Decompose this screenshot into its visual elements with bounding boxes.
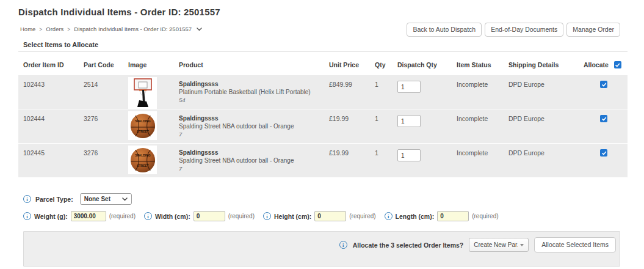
shipping-details-value: DPD Europe bbox=[504, 144, 579, 177]
length-input[interactable] bbox=[437, 211, 469, 221]
shipping-details-value: DPD Europe bbox=[504, 109, 579, 143]
items-table-body: 102443 2514 Spaldingssss Platinum Porta bbox=[18, 75, 628, 178]
info-icon[interactable]: i bbox=[263, 212, 271, 220]
parcel-type-row: i Parcel Type: None Set bbox=[23, 193, 132, 205]
product-variant: 7 bbox=[179, 131, 324, 138]
width-input[interactable] bbox=[194, 211, 225, 221]
parcel-destination-select[interactable]: Create New Par... bbox=[469, 238, 529, 252]
qty-value: 1 bbox=[370, 144, 393, 177]
header-action-buttons: Back to Auto Dispatch End-of-Day Documen… bbox=[407, 23, 620, 37]
section-title: Select Items to Allocate bbox=[23, 41, 98, 48]
product-name: Spalding Street NBA outdoor ball - Orang… bbox=[179, 123, 324, 130]
chevron-down-icon[interactable] bbox=[197, 26, 202, 32]
parcel-dimensions-row: i Weight (g): (required) i Width (cm): (… bbox=[23, 211, 499, 221]
parcel-type-selected-value: None Set bbox=[84, 196, 110, 202]
qty-value: 1 bbox=[370, 75, 393, 109]
column-header-order-item-id: Order Item ID bbox=[18, 61, 79, 68]
column-header-dispatch-qty: Dispatch Qty bbox=[393, 61, 452, 68]
order-item-id-value: 102445 bbox=[18, 144, 79, 177]
required-note: (required) bbox=[349, 213, 375, 219]
allocate-all-checkbox[interactable] bbox=[614, 61, 621, 68]
svg-text:SPALDING: SPALDING bbox=[135, 119, 150, 122]
allocate-action-bar: i Allocate the 3 selected Order Items? C… bbox=[23, 231, 620, 267]
items-table-header: Order Item ID Part Code Image Product Un… bbox=[18, 61, 628, 68]
qty-value: 1 bbox=[370, 109, 393, 143]
breadcrumb-current[interactable]: Dispatch Individual Items - Order ID: 25… bbox=[74, 26, 192, 32]
svg-text:STREET: STREET bbox=[137, 164, 149, 168]
column-header-shipping-details: Shipping Details bbox=[504, 61, 579, 68]
breadcrumb-separator: > bbox=[39, 26, 42, 32]
item-status-value: Incomplete bbox=[452, 109, 504, 143]
dispatch-qty-input[interactable] bbox=[397, 149, 421, 161]
product-image-basketball: SPALDING STREET bbox=[128, 111, 157, 140]
weight-input[interactable] bbox=[71, 211, 106, 221]
parcel-type-label: Parcel Type: bbox=[35, 196, 73, 203]
required-note: (required) bbox=[109, 213, 136, 219]
column-header-product: Product bbox=[174, 61, 324, 68]
info-icon[interactable]: i bbox=[23, 195, 31, 203]
parcel-type-select[interactable]: None Set bbox=[80, 193, 132, 205]
section-divider bbox=[18, 51, 628, 52]
unit-price-value: £19.99 bbox=[324, 144, 370, 177]
product-name: Platinum Portable Basketball (Helix Lift… bbox=[179, 89, 324, 95]
dispatch-qty-input[interactable] bbox=[397, 115, 421, 127]
dispatch-individual-items-page: Dispatch Individual Items - Order ID: 25… bbox=[0, 0, 644, 269]
info-icon[interactable]: i bbox=[385, 212, 393, 220]
weight-label: Weight (g): bbox=[34, 213, 68, 220]
product-image-basketball: SPALDING STREET bbox=[128, 146, 157, 174]
column-header-part-code: Part Code bbox=[79, 61, 123, 68]
allocate-row-checkbox[interactable] bbox=[600, 115, 607, 122]
width-group: i Width (cm): (required) bbox=[144, 211, 255, 221]
required-note: (required) bbox=[228, 213, 255, 219]
unit-price-value: £849.99 bbox=[324, 75, 370, 109]
svg-text:SPALDING: SPALDING bbox=[135, 153, 150, 157]
allocate-question: Allocate the 3 selected Order Items? bbox=[353, 241, 463, 249]
table-row: 102445 3276 SPALDING bbox=[18, 144, 628, 177]
breadcrumb-orders[interactable]: Orders bbox=[46, 26, 63, 32]
allocate-row-checkbox[interactable] bbox=[600, 81, 607, 88]
table-row: 102444 3276 SPALDING bbox=[18, 109, 628, 143]
part-code-value: 2514 bbox=[79, 75, 123, 109]
order-item-id-value: 102443 bbox=[18, 75, 79, 109]
length-group: i Length (cm): (required) bbox=[385, 211, 499, 221]
product-brand: Spaldingssss bbox=[179, 81, 324, 87]
column-header-item-status: Item Status bbox=[452, 61, 504, 68]
dispatch-qty-input[interactable] bbox=[397, 81, 421, 93]
length-label: Length (cm): bbox=[396, 213, 435, 220]
info-icon[interactable]: i bbox=[23, 212, 31, 220]
breadcrumb: Home > Orders > Dispatch Individual Item… bbox=[20, 26, 202, 32]
breadcrumb-separator: > bbox=[67, 26, 70, 32]
part-code-value: 3276 bbox=[79, 109, 123, 143]
column-header-allocate: Allocate bbox=[584, 61, 609, 68]
info-icon[interactable]: i bbox=[144, 212, 152, 220]
table-row: 102443 2514 Spaldingssss Platinum Porta bbox=[18, 75, 628, 109]
item-status-value: Incomplete bbox=[452, 144, 504, 177]
weight-group: i Weight (g): (required) bbox=[23, 211, 136, 221]
product-variant: 54 bbox=[179, 97, 324, 103]
page-title: Dispatch Individual Items - Order ID: 25… bbox=[18, 7, 220, 17]
allocate-selected-items-button[interactable]: Allocate Selected Items bbox=[534, 237, 616, 252]
manage-order-button[interactable]: Manage Order bbox=[566, 23, 620, 37]
svg-text:STREET: STREET bbox=[137, 130, 149, 133]
required-note: (required) bbox=[472, 213, 498, 219]
order-item-id-value: 102444 bbox=[18, 109, 79, 143]
back-to-auto-dispatch-button[interactable]: Back to Auto Dispatch bbox=[407, 23, 482, 37]
product-image-basketball-hoop bbox=[128, 77, 157, 109]
chevron-down-icon bbox=[122, 197, 128, 201]
height-input[interactable] bbox=[314, 211, 346, 221]
part-code-value: 3276 bbox=[79, 144, 123, 177]
allocate-row-checkbox[interactable] bbox=[600, 149, 607, 157]
height-label: Height (cm): bbox=[274, 213, 311, 220]
width-label: Width (cm): bbox=[155, 213, 190, 220]
product-name: Spalding Street NBA outdoor ball - Orang… bbox=[179, 157, 324, 164]
column-header-unit-price: Unit Price bbox=[324, 61, 370, 68]
end-of-day-documents-button[interactable]: End-of-Day Documents bbox=[485, 23, 563, 37]
product-brand: Spaldingssss bbox=[179, 149, 324, 156]
breadcrumb-home[interactable]: Home bbox=[20, 26, 35, 32]
product-variant: 7 bbox=[179, 165, 324, 172]
product-brand: Spaldingssss bbox=[179, 115, 324, 122]
info-icon[interactable]: i bbox=[339, 241, 347, 249]
item-status-value: Incomplete bbox=[452, 75, 504, 109]
parcel-destination-selected-value: Create New Par... bbox=[474, 241, 518, 248]
dropdown-arrow-icon bbox=[520, 244, 524, 246]
